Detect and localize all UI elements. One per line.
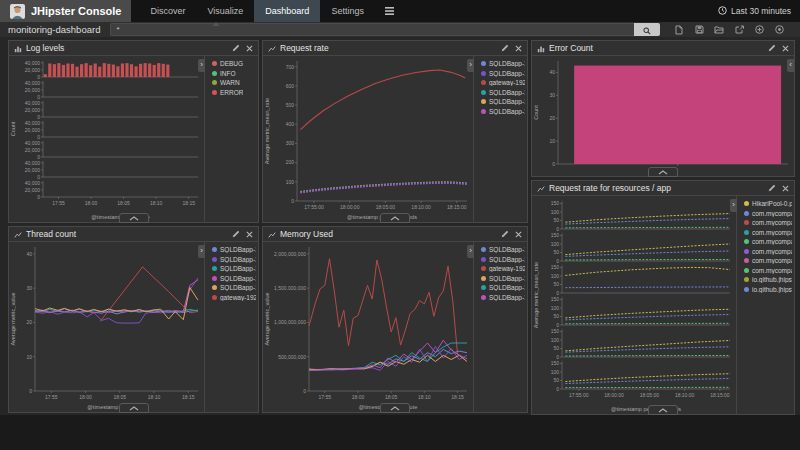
panel-header[interactable]: Request rate	[263, 41, 527, 56]
search-input[interactable]	[110, 23, 634, 36]
edit-panel-icon[interactable]	[768, 184, 776, 192]
legend-item[interactable]: com.mycompany.myap...	[744, 219, 792, 226]
legend-item[interactable]: SQLDBapp-192.168.4...	[481, 60, 525, 67]
top-nav-bar: JHipster Console Discover Visualize Dash…	[0, 0, 800, 22]
svg-text:18:05: 18:05	[114, 394, 127, 400]
panel-collapse-button[interactable]	[119, 213, 149, 223]
panel-collapse-button[interactable]	[119, 403, 149, 413]
legend-item[interactable]: HikariPool-0.pool.Wait	[744, 200, 792, 207]
legend-item[interactable]: com.mycompany.myap...	[744, 229, 792, 236]
legend-item[interactable]: SQLDBapp-192.168.4...	[481, 70, 525, 77]
svg-text:100: 100	[551, 241, 560, 247]
edit-panel-icon[interactable]	[232, 44, 240, 52]
save-icon[interactable]	[694, 25, 704, 35]
svg-text:40,000: 40,000	[25, 60, 41, 66]
legend-item[interactable]: gateway-192.168.43.8...	[481, 79, 525, 86]
menu-icon[interactable]	[375, 0, 404, 22]
svg-text:Average metric_mean_rate: Average metric_mean_rate	[533, 262, 539, 328]
add-visualization-icon[interactable]	[754, 25, 764, 35]
legend-color-dot	[744, 249, 749, 254]
line-chart-icon	[14, 225, 22, 243]
edit-panel-icon[interactable]	[501, 230, 509, 238]
legend-item[interactable]: com.mycompany.myap...	[744, 267, 792, 274]
new-document-icon[interactable]	[674, 25, 684, 35]
legend-item[interactable]: ERROR	[212, 89, 256, 96]
legend-item[interactable]: gateway-192.168.43.8...	[481, 265, 525, 272]
svg-text:0: 0	[556, 322, 559, 328]
nav-item-settings[interactable]: Settings	[320, 0, 375, 22]
legend-item[interactable]: gateway-192.168.43.8...	[212, 294, 256, 301]
legend-color-dot	[212, 247, 217, 252]
panel-header[interactable]: Thread count	[9, 227, 258, 242]
svg-text:40,000: 40,000	[25, 120, 41, 126]
edit-panel-icon[interactable]	[501, 44, 509, 52]
legend-item[interactable]: io.github.jhipster.web.r...	[744, 286, 792, 293]
legend-toggle-icon[interactable]: ›	[467, 59, 474, 72]
nav-item-dashboard[interactable]: Dashboard	[254, 0, 320, 22]
legend-item[interactable]: SQLDBapp-192.168.4...	[212, 284, 256, 291]
legend-label: gateway-192.168.43.8...	[220, 294, 256, 301]
edit-panel-icon[interactable]	[232, 230, 240, 238]
panel-collapse-button[interactable]	[380, 403, 410, 413]
svg-text:0: 0	[556, 386, 559, 392]
search-button[interactable]	[634, 23, 660, 36]
svg-text:100: 100	[551, 273, 560, 279]
legend-item[interactable]: com.mycompany.myap...	[744, 210, 792, 217]
edit-panel-icon[interactable]	[768, 44, 776, 52]
legend-toggle-icon[interactable]: ›	[198, 245, 205, 258]
legend-item[interactable]: com.mycompany.myap...	[744, 238, 792, 245]
remove-panel-icon[interactable]	[246, 45, 253, 52]
panel-header[interactable]: Request rate for resources / app	[532, 181, 794, 196]
legend-toggle-icon[interactable]: ‹	[787, 59, 794, 72]
legend-item[interactable]: SQLDBapp-192.168.4...	[481, 108, 525, 115]
legend-toggle-icon[interactable]: ›	[198, 59, 205, 72]
line-chart-icon	[537, 179, 545, 197]
panel-collapse-button[interactable]	[648, 405, 678, 415]
legend-item[interactable]: SQLDBapp-192.168.4...	[212, 265, 256, 272]
time-picker[interactable]: Last 30 minutes	[718, 0, 800, 22]
legend-item[interactable]: SQLDBapp-192.168.4...	[481, 89, 525, 96]
legend-item[interactable]: INFO	[212, 70, 256, 77]
share-icon[interactable]	[734, 25, 744, 35]
panel-header[interactable]: Error Count	[532, 41, 794, 56]
request-rate-legend: SQLDBapp-192.168.4...SQLDBapp-192.168.4.…	[473, 56, 527, 222]
remove-panel-icon[interactable]	[246, 231, 253, 238]
legend-item[interactable]: io.github.jhipster.web.r...	[744, 276, 792, 283]
panel-header[interactable]: Log levels	[9, 41, 258, 56]
open-folder-icon[interactable]	[714, 25, 724, 35]
svg-text:17:55: 17:55	[319, 394, 332, 400]
legend-item[interactable]: SQLDBapp-192.168.4...	[481, 98, 525, 105]
legend-item[interactable]: SQLDBapp-192.168.4...	[481, 294, 525, 301]
svg-text:18:15:00: 18:15:00	[710, 392, 730, 398]
nav-item-visualize[interactable]: Visualize	[196, 0, 254, 22]
thread-count-chart: 40302010017:5518:0018:0518:1018:15@times…	[9, 242, 204, 412]
legend-item[interactable]: SQLDBapp-192.168.4...	[481, 256, 525, 263]
panel-collapse-button[interactable]	[380, 213, 410, 223]
legend-item[interactable]: com.mycompany.myap...	[744, 248, 792, 255]
remove-panel-icon[interactable]	[782, 185, 789, 192]
legend-item[interactable]: com.mycompany.myap...	[744, 257, 792, 264]
legend-toggle-icon[interactable]: ›	[467, 245, 474, 258]
legend-color-dot	[212, 295, 217, 300]
svg-text:300: 300	[286, 140, 295, 146]
legend-label: SQLDBapp-192.168.4...	[489, 70, 525, 77]
legend-color-dot	[212, 80, 217, 85]
remove-panel-icon[interactable]	[515, 45, 522, 52]
legend-item[interactable]: WARN	[212, 79, 256, 86]
panel-collapse-button[interactable]	[648, 167, 678, 177]
nav-item-discover[interactable]: Discover	[139, 0, 196, 22]
legend-color-dot	[481, 61, 486, 66]
remove-panel-icon[interactable]	[515, 231, 522, 238]
legend-item[interactable]: SQLDBapp-192.168.4...	[212, 246, 256, 253]
app-brand[interactable]: JHipster Console	[0, 0, 131, 22]
legend-item[interactable]: SQLDBapp-192.168.4...	[212, 256, 256, 263]
panel-header[interactable]: Memory Used	[263, 227, 527, 242]
legend-item[interactable]: SQLDBapp-192.168.4...	[481, 246, 525, 253]
legend-item[interactable]: SQLDBapp-192.168.4...	[212, 275, 256, 282]
legend-toggle-icon[interactable]: ›	[730, 199, 737, 212]
remove-panel-icon[interactable]	[782, 45, 789, 52]
options-icon[interactable]	[774, 25, 784, 35]
legend-item[interactable]: DEBUG	[212, 60, 256, 67]
legend-item[interactable]: SQLDBapp-192.168.4...	[481, 275, 525, 282]
legend-item[interactable]: SQLDBapp-192.168.4...	[481, 284, 525, 291]
